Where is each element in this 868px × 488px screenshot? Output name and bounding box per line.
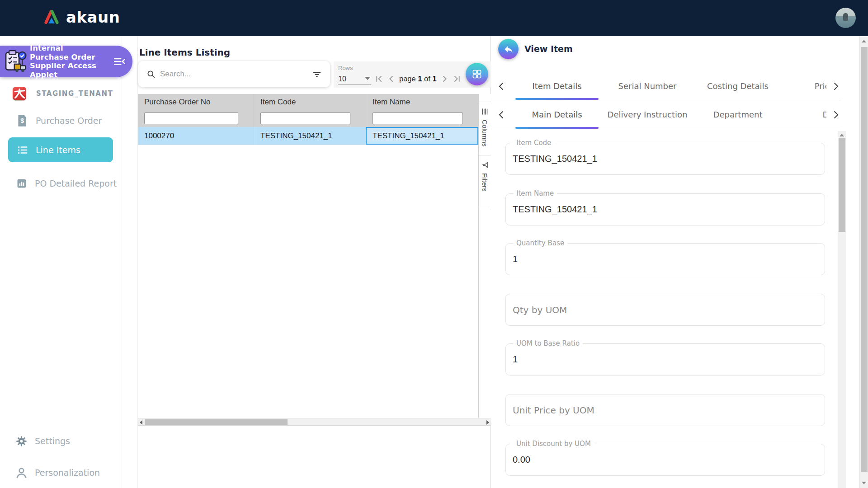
collapse-menu-icon[interactable] (113, 55, 126, 68)
table-filter-row (138, 110, 478, 127)
filters-label: Filters (481, 173, 489, 192)
back-button[interactable] (498, 39, 519, 59)
cell-item-code[interactable]: TESTING_150421_1 (254, 127, 366, 145)
tabs-scroll-left-icon[interactable] (495, 80, 508, 93)
last-page-button[interactable] (451, 73, 462, 84)
search-bar (138, 61, 330, 87)
scroll-left-arrow-icon[interactable] (140, 420, 142, 425)
detail-scrollbar-thumb[interactable] (839, 138, 845, 232)
app-root: akaun (0, 0, 868, 488)
table-row[interactable]: 1000270 TESTING_150421_1 TESTING_150421_… (138, 127, 478, 145)
search-icon (146, 70, 156, 79)
field-value[interactable]: 1 (513, 244, 518, 275)
applet-clipboard-truck-icon (3, 49, 28, 74)
field-placeholder[interactable]: Qty by UOM (513, 294, 567, 325)
subtab-department[interactable]: Department (693, 100, 783, 129)
sidebar-item-po-detailed-report[interactable]: PO Detailed Report (16, 174, 117, 192)
grid-icon (472, 69, 482, 80)
logo-text: akaun (66, 8, 120, 26)
columns-side-tab[interactable]: Columns (479, 102, 491, 155)
sidebar-item-settings[interactable]: Settings (15, 432, 70, 450)
subtabs-scroll-left-icon[interactable] (495, 108, 508, 121)
scroll-up-arrow-icon[interactable] (840, 134, 844, 136)
sidebar-item-personalization[interactable]: Personalization (15, 464, 100, 482)
sidebar-item-label: Line Items (36, 145, 80, 155)
tabs-strip: Item Details Serial Number Costing Detai… (512, 72, 826, 100)
svg-text:$: $ (20, 117, 24, 124)
subtab-delivery-instruction[interactable]: Delivery Instruction (602, 100, 693, 129)
sidebar-item-label: PO Detailed Report (35, 178, 117, 188)
first-page-button[interactable] (373, 73, 385, 84)
field-value[interactable]: 0.00 (513, 444, 530, 475)
columns-label: Columns (481, 120, 489, 146)
tab-pricing[interactable]: Pricing (783, 72, 826, 100)
table-side-tabs: Columns Filters (478, 94, 491, 418)
horizontal-scrollbar-thumb[interactable] (145, 419, 288, 425)
filter-list-icon[interactable] (312, 69, 322, 79)
view-item-panel: View Item Item Details Serial Number Cos… (491, 36, 868, 488)
cell-purchase-order-no[interactable]: 1000270 (138, 127, 254, 145)
search-input[interactable] (160, 70, 307, 79)
tabs-scroll-right-icon[interactable] (830, 80, 842, 93)
field-value[interactable]: TESTING_150421_1 (513, 143, 597, 174)
sidebar-item-line-items[interactable]: Line Items (8, 137, 113, 162)
field-value[interactable]: TESTING_150421_1 (513, 194, 597, 225)
filter-input-item-code[interactable] (260, 113, 350, 124)
tab-costing-details[interactable]: Costing Details (693, 72, 783, 100)
next-page-button[interactable] (439, 73, 450, 84)
cell-item-name-selected[interactable]: TESTING_150421_1 (366, 127, 478, 145)
grid-view-button[interactable] (466, 63, 488, 85)
rows-per-page-select[interactable]: 10 (338, 72, 371, 85)
column-header[interactable]: Item Code (254, 94, 366, 110)
horizontal-scrollbar[interactable] (138, 418, 491, 426)
sidebar-item-purchase-order[interactable]: $ Purchase Order (16, 112, 102, 130)
column-header[interactable]: Item Name (366, 94, 478, 110)
tab-serial-number[interactable]: Serial Number (602, 72, 693, 100)
subtabs-strip: Main Details Delivery Instruction Depart… (512, 100, 826, 129)
filter-input-item-name[interactable] (373, 113, 463, 124)
field-label: UOM to Base Ratio (513, 339, 583, 347)
sidebar-item-staging-tenant[interactable]: STAGING_TENANT (13, 86, 113, 101)
field-value[interactable]: 1 (513, 344, 518, 375)
rows-value: 10 (338, 75, 346, 83)
page-scrollbar[interactable] (859, 36, 868, 488)
total-pages-number: 1 (432, 75, 436, 83)
subtabs-scroll-right-icon[interactable] (830, 108, 842, 121)
of-word: of (424, 75, 430, 83)
scroll-down-arrow-icon[interactable] (862, 482, 866, 484)
detail-scrollbar[interactable] (838, 131, 846, 488)
field-label: Quantity Base (513, 239, 567, 247)
pagination: page 1 of 1 (373, 73, 462, 84)
subtab-clipped[interactable]: De (783, 100, 826, 129)
field-placeholder[interactable]: Unit Price by UOM (513, 394, 594, 426)
tab-item-details[interactable]: Item Details (512, 72, 602, 100)
person-icon (15, 467, 28, 479)
document-dollar-icon: $ (16, 114, 28, 127)
applet-badge[interactable]: Internal Purchase Order Supplier Access … (0, 46, 132, 77)
filters-side-tab[interactable]: Filters (479, 155, 491, 209)
applet-name: Internal Purchase Order Supplier Access … (30, 44, 102, 79)
scroll-right-arrow-icon[interactable] (486, 420, 489, 425)
field-unit-discount-by-uom: Unit Discount by UOM 0.00 (505, 444, 825, 476)
page-indicator: page 1 of 1 (399, 75, 437, 83)
filter-input-purchase-order-no[interactable] (144, 113, 238, 124)
field-item-name: Item Name TESTING_150421_1 (505, 193, 825, 225)
field-uom-to-base-ratio: UOM to Base Ratio 1 (505, 343, 825, 375)
field-qty-by-uom: Qty by UOM (505, 294, 825, 326)
akaun-logo[interactable]: akaun (42, 7, 120, 27)
detail-title: View Item (524, 44, 573, 54)
akaun-triangle-icon (42, 7, 61, 27)
user-avatar[interactable] (835, 8, 856, 28)
page-scrollbar-thumb[interactable] (861, 47, 868, 472)
subtab-main-details[interactable]: Main Details (512, 100, 602, 129)
detail-subtabs-row: Main Details Delivery Instruction Depart… (491, 100, 842, 129)
gear-icon (15, 435, 28, 447)
scroll-up-arrow-icon[interactable] (862, 40, 866, 42)
detail-tabs-row: Item Details Serial Number Costing Detai… (491, 72, 842, 100)
line-items-table: Purchase Order No Item Code Item Name 10… (138, 94, 478, 145)
tenant-icon (13, 87, 26, 100)
column-header[interactable]: Purchase Order No (138, 94, 254, 110)
field-unit-price-by-uom: Unit Price by UOM (505, 394, 825, 426)
list-icon (17, 144, 28, 156)
prev-page-button[interactable] (386, 73, 397, 84)
